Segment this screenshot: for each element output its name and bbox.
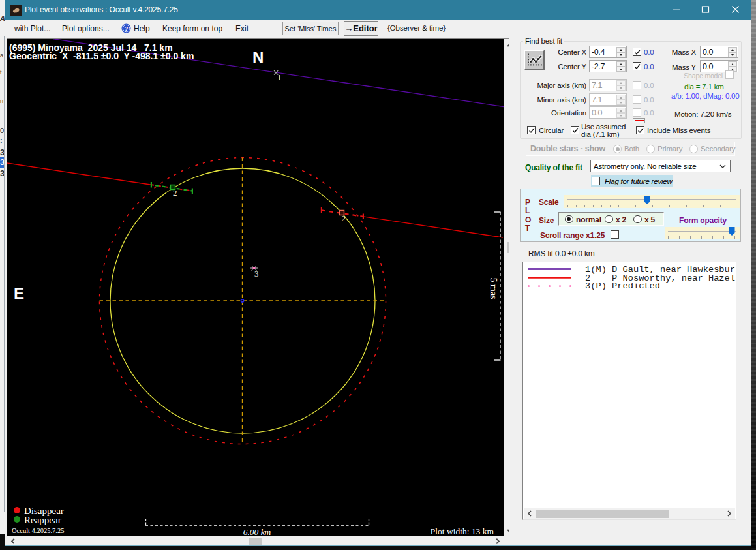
svg-text:5 mas: 5 mas (489, 278, 498, 299)
svg-text:Plot width: 13 km: Plot width: 13 km (431, 527, 494, 536)
svg-text:2: 2 (342, 213, 346, 223)
svg-text:2: 2 (173, 188, 177, 198)
svg-text:Geocentric X -811.5 ±0.0 Y: Geocentric X -811.5 ±0.0 Y -498.1 ±0.0 k… (9, 51, 194, 61)
svg-text:Occult 4.2025.7.25: Occult 4.2025.7.25 (12, 527, 65, 534)
svg-text:6.00 km: 6.00 km (243, 527, 271, 536)
svg-text:1: 1 (277, 72, 282, 82)
svg-text:3: 3 (254, 269, 259, 279)
svg-text:E: E (14, 284, 24, 302)
svg-text:N: N (252, 48, 264, 66)
svg-text:Reappear: Reappear (24, 515, 61, 525)
svg-text:?: ? (125, 25, 129, 32)
